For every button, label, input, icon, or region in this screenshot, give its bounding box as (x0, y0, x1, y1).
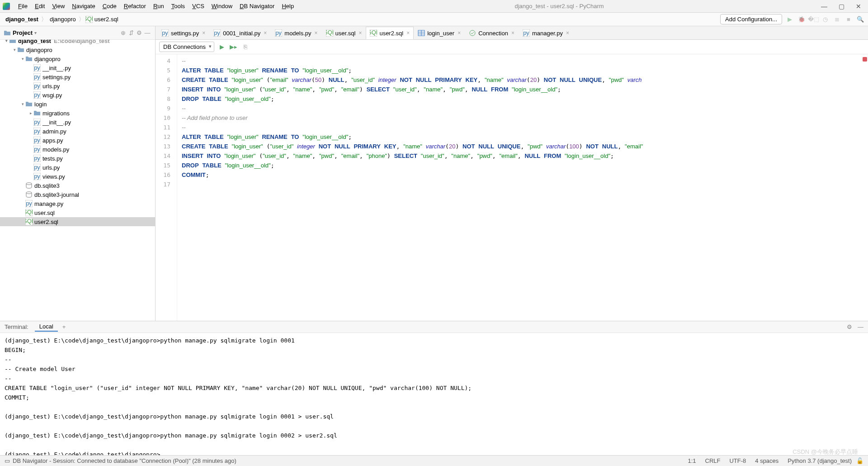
terminal-settings-icon[interactable]: ⚙ (847, 323, 852, 330)
query-plan-icon[interactable]: ⎘ (241, 43, 250, 51)
terminal-output[interactable]: (django_test) E:\code\django_test\django… (0, 333, 868, 455)
status-encoding[interactable]: UTF-8 (725, 457, 750, 464)
tab-close-icon[interactable]: × (511, 30, 514, 36)
menubar: FileEditViewNavigateCodeRefactorRunTools… (0, 0, 868, 13)
project-tree[interactable]: ▾django_test E:\code\django_test▾djangop… (0, 40, 155, 321)
tree-node[interactable]: tests.py (0, 154, 155, 163)
close-icon[interactable]: ✕ (855, 3, 862, 10)
tree-node[interactable]: ▾django_test E:\code\django_test (0, 40, 155, 45)
terminal-tab-local[interactable]: Local (35, 322, 58, 332)
status-indent[interactable]: 4 spaces (750, 457, 783, 464)
editor-tab[interactable]: user2.sql× (366, 27, 414, 39)
menu-db-navigator[interactable]: DB Navigator (236, 0, 278, 12)
breadcrumb-file[interactable]: user2.sql (93, 16, 120, 23)
tree-node[interactable]: ▾login (0, 100, 155, 109)
tree-node[interactable]: models.py (0, 145, 155, 154)
tree-node[interactable]: ▸migrations (0, 109, 155, 118)
sql-icon (326, 29, 333, 37)
status-lock-icon[interactable]: 🔓 (856, 457, 863, 464)
status-bar: ▭ DB Navigator - Session: Connected to d… (0, 455, 868, 466)
menu-code[interactable]: Code (99, 0, 120, 12)
execute-icon[interactable]: ▶ (218, 43, 226, 51)
coverage-icon[interactable]: �⬚ (809, 15, 817, 24)
tree-node[interactable]: wsgi.py (0, 90, 155, 100)
menu-vcs[interactable]: VCS (189, 0, 208, 12)
minimize-icon[interactable]: — (821, 3, 827, 10)
terminal-hide-icon[interactable]: — (858, 323, 863, 330)
editor-tab[interactable]: login_user× (414, 27, 465, 39)
tree-node[interactable]: db.sqlite3-journal (0, 190, 155, 199)
tree-node[interactable]: ▾djangopro (0, 54, 155, 63)
editor-tab[interactable]: models.py× (271, 27, 321, 39)
tree-arrow-icon[interactable]: ▸ (28, 111, 33, 115)
target-icon[interactable]: ⊕ (119, 29, 127, 37)
search-icon[interactable]: 🔍 (856, 15, 864, 24)
tree-node[interactable]: ▾djangopro (0, 45, 155, 54)
tab-close-icon[interactable]: × (264, 30, 267, 36)
breadcrumb-item[interactable]: djangopro (48, 16, 78, 23)
tab-close-icon[interactable]: × (202, 30, 205, 36)
tree-node[interactable]: views.py (0, 172, 155, 181)
editor-tab[interactable]: manager.py× (519, 27, 573, 39)
run-icon[interactable]: ▶ (786, 15, 794, 24)
attach-icon[interactable]: ≣ (833, 15, 841, 24)
maximize-icon[interactable]: ▢ (838, 3, 844, 10)
tree-node[interactable]: urls.py (0, 81, 155, 90)
tab-close-icon[interactable]: × (406, 30, 410, 36)
tab-close-icon[interactable]: × (359, 30, 362, 36)
debug-icon[interactable]: 🐞 (797, 15, 806, 24)
expand-icon[interactable]: ⇵ (127, 29, 135, 37)
tree-label: migrations (42, 110, 70, 117)
tab-close-icon[interactable]: × (458, 30, 461, 36)
tree-node[interactable]: db.sqlite3 (0, 181, 155, 190)
tree-node[interactable]: __init__.py (0, 63, 155, 72)
db-connections-dropdown[interactable]: DB Connections (159, 42, 214, 52)
menu-run[interactable]: Run (150, 0, 168, 12)
editor-tab[interactable]: settings.py× (157, 27, 209, 39)
tree-label: user2.sql (34, 219, 58, 225)
stop-icon[interactable]: ■ (844, 15, 853, 24)
code-editor[interactable]: 4567891011121314151617 -- ALTER TABLE "l… (156, 54, 868, 321)
menu-refactor[interactable]: Refactor (120, 0, 150, 12)
editor-tab[interactable]: Connection× (465, 27, 519, 39)
menu-window[interactable]: Window (208, 0, 236, 12)
menu-edit[interactable]: Edit (31, 0, 48, 12)
menu-help[interactable]: Help (278, 0, 297, 12)
tab-close-icon[interactable]: × (315, 30, 318, 36)
status-rect-icon[interactable]: ▭ (5, 457, 10, 464)
editor-tab[interactable]: user.sql× (322, 27, 366, 39)
menu-tools[interactable]: Tools (168, 0, 189, 12)
tab-close-icon[interactable]: × (566, 30, 569, 36)
editor-tab[interactable]: 0001_initial.py× (209, 27, 271, 39)
add-terminal-icon[interactable]: + (62, 323, 66, 330)
add-configuration-button[interactable]: Add Configuration... (720, 14, 782, 24)
tree-node[interactable]: user.sql (0, 208, 155, 217)
code-content[interactable]: -- ALTER TABLE "login_user" RENAME TO "l… (177, 54, 868, 321)
tree-node[interactable]: settings.py (0, 72, 155, 81)
status-interpreter[interactable]: Python 3.7 (django_test) (783, 457, 856, 464)
tree-node[interactable]: __init__.py (0, 118, 155, 127)
menu-view[interactable]: View (48, 0, 68, 12)
menu-file[interactable]: File (14, 0, 31, 12)
menu-navigate[interactable]: Navigate (68, 0, 99, 12)
breadcrumb-root[interactable]: django_test (4, 16, 40, 23)
chevron-down-icon[interactable]: ▾ (34, 30, 37, 35)
tree-arrow-icon[interactable]: ▾ (4, 40, 9, 43)
profile-icon[interactable]: ◷ (821, 15, 829, 24)
tree-arrow-icon[interactable]: ▾ (20, 102, 25, 106)
tree-node[interactable]: urls.py (0, 163, 155, 172)
tree-arrow-icon[interactable]: ▾ (12, 48, 17, 52)
folder-icon (33, 109, 41, 117)
status-position[interactable]: 1:1 (683, 457, 700, 464)
tree-node[interactable]: user2.sql (0, 217, 155, 226)
error-stripe-icon[interactable] (863, 57, 867, 62)
tree-node[interactable]: manage.py (0, 199, 155, 208)
hide-icon[interactable]: — (143, 29, 151, 37)
tree-arrow-icon[interactable]: ▾ (20, 57, 25, 61)
execute-script-icon[interactable]: ▶▸ (230, 43, 238, 51)
status-eol[interactable]: CRLF (701, 457, 725, 464)
tree-node[interactable]: admin.py (0, 127, 155, 136)
tree-node[interactable]: apps.py (0, 136, 155, 145)
gear-icon[interactable]: ⚙ (135, 29, 143, 37)
project-panel-title[interactable]: Project (13, 29, 33, 36)
